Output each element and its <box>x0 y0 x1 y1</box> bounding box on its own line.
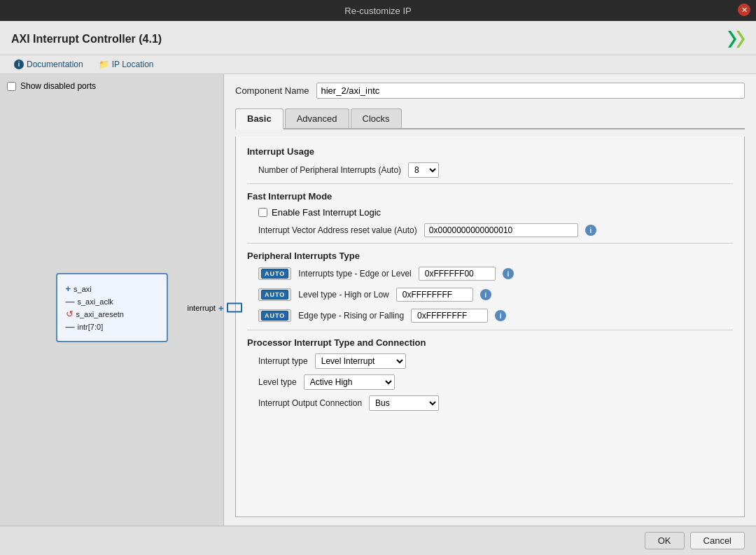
interrupt-vector-row: Interrupt Vector Address reset value (Au… <box>247 223 733 237</box>
interrupt-type-select[interactable]: Level Interrupt Edge Interrupt <box>315 353 406 369</box>
port-label-s-axi: s_axi <box>74 285 92 293</box>
level-type-select[interactable]: Active High Active Low <box>304 374 395 390</box>
bus-connector <box>227 303 242 313</box>
interrupt-vector-input[interactable] <box>424 223 578 237</box>
periph-info-0[interactable]: i <box>503 268 514 279</box>
interrupt-vector-info-icon[interactable]: i <box>585 225 596 236</box>
tab-content-basic: Interrupt Usage Number of Peripheral Int… <box>235 136 745 517</box>
component-name-input[interactable] <box>316 83 746 99</box>
periph-info-1[interactable]: i <box>480 289 491 300</box>
enable-fast-interrupt-label: Enable Fast Interrupt Logic <box>272 207 381 218</box>
auto-badge-container-0: AUTO <box>258 267 291 280</box>
enable-fast-interrupt-checkbox[interactable] <box>258 208 267 217</box>
periph-label-0: Interrupts type - Edge or Level <box>298 269 411 279</box>
show-disabled-label: Show disabled ports <box>20 81 96 91</box>
periph-value-2: 0xFFFFFFFF <box>411 309 488 323</box>
left-panel: Show disabled ports + s_axi — s_axi_aclk <box>0 74 224 526</box>
title-bar: Re-customize IP ✕ <box>0 0 756 21</box>
periph-row-2: AUTO Edge type - Rising or Falling 0xFFF… <box>247 309 733 323</box>
show-disabled-checkbox[interactable] <box>7 82 16 91</box>
interrupt-output-connection-select[interactable]: Bus Single <box>369 395 439 411</box>
level-type-label: Level type <box>258 377 297 387</box>
num-peripheral-label: Number of Peripheral Interrupts (Auto) <box>258 165 401 175</box>
close-button[interactable]: ✕ <box>738 3 750 16</box>
periph-info-2[interactable]: i <box>495 310 506 321</box>
interrupt-plus-icon: + <box>218 302 224 313</box>
dialog-content: Show disabled ports + s_axi — s_axi_aclk <box>0 74 756 526</box>
right-panel: Component Name Basic Advanced Clocks Int… <box>224 74 756 526</box>
svg-marker-0 <box>736 31 745 48</box>
interrupt-vector-label: Interrupt Vector Address reset value (Au… <box>258 225 417 235</box>
dialog-toolbar: i Documentation 📁 IP Location <box>0 55 756 74</box>
section-interrupt-usage-title: Interrupt Usage <box>247 146 733 157</box>
divider-2 <box>247 243 733 244</box>
title-text: Re-customize IP <box>344 6 411 16</box>
documentation-button[interactable]: i Documentation <box>11 58 86 71</box>
ip-diagram: + s_axi — s_axi_aclk ↺ s_axi_aresetn — <box>7 97 216 519</box>
port-label-aclk: s_axi_aclk <box>78 297 113 306</box>
dialog-header: AXI Interrupt Controller (4.1) <box>0 21 756 55</box>
section-processor-interrupt-title: Processor Interrupt Type and Connection <box>247 337 733 348</box>
tab-advanced-label: Advanced <box>297 113 337 124</box>
interrupt-output-connection-label: Interrupt Output Connection <box>258 398 362 408</box>
minus-icon-aclk: — <box>66 296 75 307</box>
svg-marker-1 <box>728 31 736 48</box>
section-fast-interrupt-title: Fast Interrupt Mode <box>247 191 733 202</box>
minus-icon-intr: — <box>66 321 75 332</box>
port-intr: — intr[7:0] <box>66 321 158 332</box>
cancel-label: Cancel <box>704 535 732 546</box>
periph-row-0: AUTO Interrupts type - Edge or Level 0xF… <box>247 267 733 281</box>
tab-advanced[interactable]: Advanced <box>285 108 349 128</box>
periph-label-2: Edge type - Rising or Falling <box>298 311 404 321</box>
enable-fast-interrupt-row: Enable Fast Interrupt Logic <box>247 207 733 218</box>
tab-basic-label: Basic <box>247 113 272 124</box>
interrupt-type-label: Interrupt type <box>258 356 308 366</box>
dialog-title: AXI Interrupt Controller (4.1) <box>11 33 162 45</box>
port-s-axi: + s_axi <box>66 283 158 294</box>
port-label-aresetn: s_axi_aresetn <box>76 310 125 318</box>
ok-button[interactable]: OK <box>645 532 685 549</box>
periph-value-0: 0xFFFFFF00 <box>419 267 496 281</box>
close-icon: ✕ <box>741 6 748 15</box>
interrupt-output-connection-row: Interrupt Output Connection Bus Single <box>247 395 733 411</box>
interrupt-type-row: Interrupt type Level Interrupt Edge Inte… <box>247 353 733 369</box>
level-type-row: Level type Active High Active Low <box>247 374 733 390</box>
auto-badge-0: AUTO <box>261 269 288 279</box>
periph-row-1: AUTO Level type - High or Low 0xFFFFFFFF… <box>247 288 733 302</box>
plus-icon: + <box>66 283 71 294</box>
periph-label-1: Level type - High or Low <box>298 290 388 300</box>
documentation-label: Documentation <box>27 59 83 69</box>
component-name-row: Component Name <box>235 83 745 99</box>
port-s-axi-aclk: — s_axi_aclk <box>66 296 158 307</box>
show-disabled-row: Show disabled ports <box>7 81 216 91</box>
divider-1 <box>247 183 733 184</box>
ip-block: + s_axi — s_axi_aclk ↺ s_axi_aresetn — <box>56 273 168 342</box>
ip-location-label: IP Location <box>112 59 154 69</box>
tabs: Basic Advanced Clocks <box>235 108 745 129</box>
auto-badge-container-1: AUTO <box>258 288 291 301</box>
cancel-button[interactable]: Cancel <box>690 532 745 549</box>
divider-3 <box>247 330 733 330</box>
tab-basic[interactable]: Basic <box>235 108 284 129</box>
section-peripheral-interrupts-title: Peripheral Interrupts Type <box>247 251 733 261</box>
interrupt-output: interrupt + <box>188 302 242 313</box>
tab-clocks[interactable]: Clocks <box>351 108 402 128</box>
ok-label: OK <box>658 535 671 546</box>
auto-badge-2: AUTO <box>261 311 288 321</box>
dialog-footer: OK Cancel <box>0 526 756 555</box>
num-peripheral-select[interactable]: 8 16 32 <box>408 162 439 178</box>
port-s-axi-aresetn: ↺ s_axi_aresetn <box>66 309 158 319</box>
interrupt-output-label: interrupt <box>188 304 216 312</box>
xilinx-logo <box>722 28 745 50</box>
reset-icon: ↺ <box>66 309 74 319</box>
auto-badge-container-2: AUTO <box>258 309 291 322</box>
info-icon: i <box>14 59 24 69</box>
port-label-intr: intr[7:0] <box>78 323 104 331</box>
num-peripheral-row: Number of Peripheral Interrupts (Auto) 8… <box>247 162 733 178</box>
component-name-label: Component Name <box>235 85 309 96</box>
ip-location-button[interactable]: 📁 IP Location <box>96 58 157 71</box>
dialog: AXI Interrupt Controller (4.1) i Documen… <box>0 21 756 555</box>
folder-icon: 📁 <box>99 59 109 69</box>
auto-badge-1: AUTO <box>261 290 288 300</box>
tab-clocks-label: Clocks <box>363 113 390 124</box>
